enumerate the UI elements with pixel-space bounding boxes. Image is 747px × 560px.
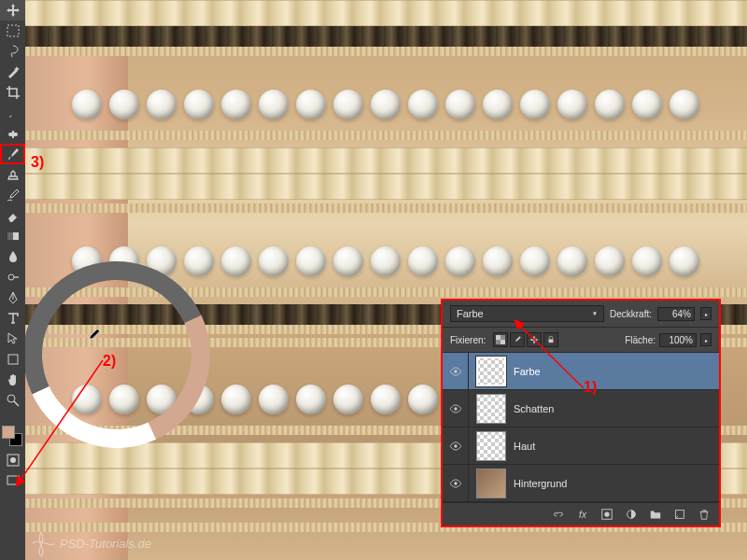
lock-transparency-button[interactable] (493, 332, 508, 347)
tools-toolbar (0, 0, 25, 560)
layer-list: Farbe Schatten Haut Hintergrund (443, 353, 719, 502)
layer-visibility-toggle[interactable] (443, 465, 469, 501)
layer-name[interactable]: Hintergrund (514, 478, 719, 489)
lock-position-button[interactable] (527, 332, 542, 347)
clone-stamp-tool[interactable] (0, 164, 25, 185)
svg-point-17 (454, 482, 457, 484)
gradient-tool[interactable] (0, 226, 25, 246)
layer-name[interactable]: Farbe (514, 366, 719, 377)
eyedropper-tool[interactable] (0, 103, 25, 123)
shape-tool[interactable] (0, 349, 25, 370)
svg-rect-5 (8, 355, 18, 364)
layer-visibility-toggle[interactable] (443, 353, 469, 389)
link-layers-button[interactable] (551, 507, 566, 522)
path-selection-tool[interactable] (0, 329, 25, 349)
layer-name[interactable]: Schatten (514, 403, 719, 414)
foreground-color-swatch[interactable] (2, 426, 15, 439)
svg-point-14 (454, 370, 457, 372)
opacity-dropdown-button[interactable]: ▸ (700, 307, 712, 320)
dark-sequin-row (25, 26, 747, 47)
screen-mode-tool[interactable] (0, 470, 25, 491)
bead-row (25, 47, 747, 56)
toolbar-divider (0, 411, 25, 422)
move-tool[interactable] (0, 0, 25, 21)
svg-point-6 (7, 395, 15, 402)
svg-point-15 (454, 407, 457, 410)
bead-row (25, 287, 747, 297)
svg-rect-12 (500, 340, 505, 344)
layer-item-haut[interactable]: Haut (443, 427, 719, 465)
lasso-tool[interactable] (0, 41, 25, 62)
quick-mask-tool[interactable] (0, 450, 25, 470)
svg-point-8 (10, 457, 16, 463)
adjustment-layer-button[interactable] (624, 507, 639, 522)
new-layer-button[interactable] (672, 507, 687, 522)
chevron-down-icon: ▼ (592, 311, 598, 316)
layers-panel-lock-row: Fixieren: Fläche: ▸ (443, 328, 719, 353)
eraser-tool[interactable] (0, 205, 25, 226)
layer-visibility-toggle[interactable] (443, 390, 469, 427)
layer-thumbnail[interactable] (476, 431, 506, 461)
layer-thumbnail[interactable] (476, 394, 506, 424)
layer-effects-button[interactable]: fx (575, 507, 590, 522)
color-swatches[interactable] (0, 424, 25, 450)
layer-thumbnail[interactable] (476, 357, 506, 386)
delete-layer-button[interactable] (697, 507, 712, 522)
fill-input[interactable] (659, 333, 697, 347)
lock-label: Fixieren: (450, 335, 486, 345)
svg-rect-3 (7, 232, 13, 240)
type-tool[interactable] (0, 308, 25, 329)
history-brush-tool[interactable] (0, 185, 25, 205)
opacity-input[interactable] (657, 307, 695, 321)
layer-name[interactable]: Haut (514, 441, 719, 452)
fill-label: Fläche: (625, 335, 655, 345)
blend-mode-dropdown[interactable]: Farbe ▼ (450, 305, 604, 322)
blur-tool[interactable] (0, 246, 25, 267)
lock-pixels-button[interactable] (510, 332, 525, 347)
bead-row (25, 131, 747, 140)
sequin-row (25, 174, 747, 200)
svg-point-16 (454, 444, 457, 447)
layer-mask-button[interactable] (599, 507, 614, 522)
svg-rect-13 (549, 339, 554, 343)
sequin-row (25, 147, 747, 174)
layer-item-farbe[interactable]: Farbe (443, 353, 719, 390)
svg-rect-0 (7, 25, 19, 36)
fill-dropdown-button[interactable]: ▸ (700, 333, 712, 346)
layer-visibility-toggle[interactable] (443, 427, 469, 464)
layers-panel: Farbe ▼ Deckkraft: ▸ Fixieren: Fläche: ▸… (441, 299, 721, 527)
layer-item-hintergrund[interactable]: Hintergrund (443, 465, 719, 502)
bead-row (25, 203, 747, 213)
dodge-tool[interactable] (0, 267, 25, 287)
svg-rect-11 (496, 335, 500, 340)
opacity-label: Deckkraft: (610, 309, 652, 319)
magic-wand-tool[interactable] (0, 62, 25, 82)
pearl-row (25, 86, 747, 123)
layers-panel-footer: fx (443, 502, 719, 525)
layer-thumbnail[interactable] (476, 469, 506, 498)
blend-mode-value: Farbe (457, 308, 484, 319)
pen-tool[interactable] (0, 287, 25, 308)
lock-all-button[interactable] (543, 332, 558, 347)
layer-item-schatten[interactable]: Schatten (443, 390, 719, 427)
crop-tool[interactable] (0, 82, 25, 103)
layer-group-button[interactable] (648, 507, 663, 522)
hand-tool[interactable] (0, 370, 25, 390)
svg-point-4 (8, 274, 14, 280)
layers-panel-header: Farbe ▼ Deckkraft: ▸ (443, 301, 719, 328)
brush-tool[interactable] (0, 144, 25, 164)
zoom-tool[interactable] (0, 390, 25, 411)
svg-point-19 (604, 511, 609, 516)
marquee-tool[interactable] (0, 21, 25, 41)
sequin-row (25, 0, 747, 26)
healing-brush-tool[interactable] (0, 123, 25, 144)
svg-rect-9 (7, 476, 19, 484)
pearl-row (25, 243, 747, 280)
